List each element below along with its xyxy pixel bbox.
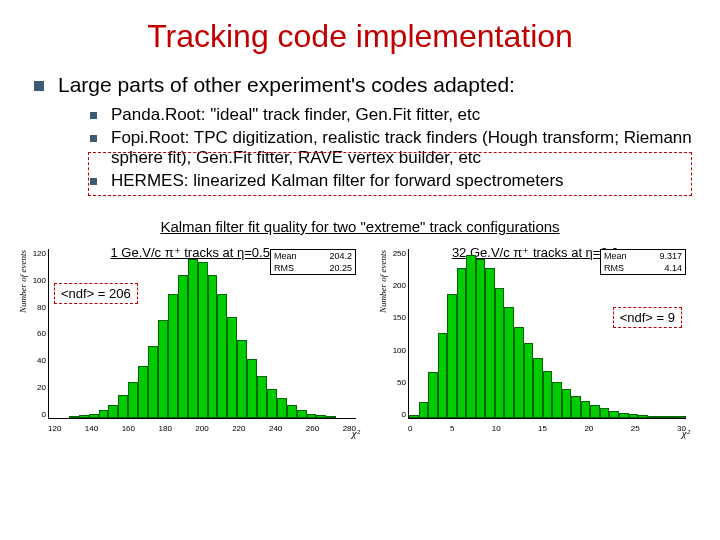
bar: [158, 320, 168, 418]
plot-area: Mean204.2 RMS20.25: [48, 249, 356, 419]
stat-label: RMS: [274, 263, 294, 273]
bar: [514, 327, 524, 418]
x-axis-label: χ²: [352, 427, 360, 439]
bar: [138, 366, 148, 418]
bar: [208, 275, 218, 418]
bar: [148, 346, 158, 418]
bar: [571, 396, 581, 418]
bar: [667, 416, 677, 418]
stat-value: 9.317: [659, 251, 682, 261]
stat-value: 4.14: [664, 263, 682, 273]
bullet-icon: [90, 178, 97, 185]
bar: [428, 372, 438, 418]
bar: [419, 402, 429, 418]
bar: [600, 408, 610, 418]
bar: [581, 401, 591, 418]
sub-bullet-text: HERMES: linearized Kalman filter for for…: [111, 171, 564, 192]
bullet-icon: [34, 81, 44, 91]
main-bullet-text: Large parts of other experiment's codes …: [58, 73, 515, 97]
bar: [316, 415, 326, 418]
bar: [178, 275, 188, 418]
bar: [79, 415, 89, 418]
bar: [99, 410, 109, 418]
bar: [188, 259, 198, 418]
x-ticks: 051015202530: [408, 424, 686, 433]
bar: [409, 415, 419, 418]
bar: [619, 413, 629, 418]
chart-right: Number of events 050100150200250 Mean9.3…: [382, 243, 692, 443]
bar: [326, 416, 336, 418]
bar: [609, 411, 619, 418]
bar: [648, 416, 658, 418]
bar: [217, 294, 227, 417]
bar: [543, 371, 553, 418]
bar: [524, 343, 534, 418]
bullet-icon: [90, 112, 97, 119]
sub-bullet: Panda.Root: "ideal" track finder, Gen.Fi…: [90, 105, 720, 126]
x-axis-label: χ²: [682, 427, 690, 439]
slide-title: Tracking code implementation: [0, 0, 720, 65]
bar: [657, 416, 667, 418]
bar: [438, 333, 448, 418]
bar: [227, 317, 237, 418]
sub-bullet: HERMES: linearized Kalman filter for for…: [90, 171, 720, 192]
sub-bullet-list: Panda.Root: "ideal" track finder, Gen.Fi…: [0, 103, 720, 198]
bar: [128, 382, 138, 418]
bar: [89, 414, 99, 418]
stat-label: Mean: [274, 251, 297, 261]
bar: [590, 405, 600, 418]
bar: [533, 358, 543, 418]
main-bullet: Large parts of other experiment's codes …: [0, 65, 720, 103]
bar: [457, 268, 467, 418]
bar: [277, 398, 287, 418]
bar: [552, 382, 562, 418]
bullet-icon: [90, 135, 97, 142]
bar: [495, 288, 505, 418]
sub-bullet-text: Fopi.Root: TPC digitization, realistic t…: [111, 128, 720, 169]
stats-box: Mean9.317 RMS4.14: [600, 249, 686, 275]
ndf-annotation: <ndf> = 9: [613, 307, 682, 328]
bar: [307, 414, 317, 418]
x-ticks: 120140160180200220240260280: [48, 424, 356, 433]
stats-box: Mean204.2 RMS20.25: [270, 249, 356, 275]
sub-bullet-text: Panda.Root: "ideal" track finder, Gen.Fi…: [111, 105, 480, 126]
bar: [676, 416, 686, 418]
bar: [504, 307, 514, 418]
charts-row: Number of events 020406080100120 Mean204…: [0, 243, 720, 443]
bar: [466, 255, 476, 418]
y-axis-label: Number of events: [378, 250, 388, 313]
bar: [638, 415, 648, 418]
bar: [198, 262, 208, 418]
stat-label: Mean: [604, 251, 627, 261]
bar: [69, 416, 79, 418]
ndf-annotation: <ndf> = 206: [54, 283, 138, 304]
chart-left: Number of events 020406080100120 Mean204…: [22, 243, 362, 443]
bar: [257, 376, 267, 418]
stat-value: 20.25: [329, 263, 352, 273]
bar: [247, 359, 257, 417]
bar: [297, 410, 307, 418]
stat-value: 204.2: [329, 251, 352, 261]
bar: [108, 405, 118, 418]
bar: [476, 259, 486, 418]
plot-area: Mean9.317 RMS4.14: [408, 249, 686, 419]
y-ticks: 050100150200250: [390, 249, 406, 419]
bar: [287, 405, 297, 418]
bar: [168, 294, 178, 417]
y-axis-label: Number of events: [18, 250, 28, 313]
sub-bullet: Fopi.Root: TPC digitization, realistic t…: [90, 128, 720, 169]
bar: [485, 268, 495, 418]
bar: [629, 414, 639, 418]
bar: [447, 294, 457, 417]
y-ticks: 020406080100120: [30, 249, 46, 419]
bar: [267, 389, 277, 418]
chart-section-title: Kalman filter fit quality for two "extre…: [0, 218, 720, 235]
bar: [118, 395, 128, 418]
bar: [562, 389, 572, 418]
bar: [237, 340, 247, 418]
stat-label: RMS: [604, 263, 624, 273]
